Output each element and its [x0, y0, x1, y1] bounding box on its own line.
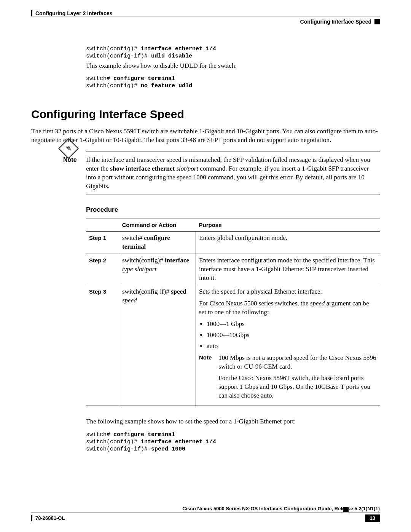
example3-caption: The following example shows how to set t… — [86, 417, 380, 426]
footer-square-icon — [343, 507, 349, 512]
table-row: Step 2 switch(config)# interfacetype slo… — [86, 254, 380, 285]
list-item: auto — [207, 342, 377, 351]
cli-example-2: switch# configure terminal switch(config… — [86, 75, 380, 90]
footer-rule — [31, 513, 380, 513]
note-block: ✎ Note If the interface and transceiver … — [86, 152, 380, 195]
footer-doc-number: 78-26881-OL — [35, 515, 65, 522]
table-row: Step 3 switch(config-if)# speedspeed Set… — [86, 285, 380, 406]
step-label: Step 1 — [89, 235, 106, 241]
procedure-bottom-rule — [86, 406, 380, 406]
step-label: Step 2 — [89, 257, 106, 264]
header-square-icon — [374, 19, 380, 24]
procedure-rule — [86, 217, 380, 217]
page-footer: Cisco Nexus 5000 Series NX-OS Interfaces… — [31, 505, 380, 522]
page-number: 13 — [365, 514, 380, 522]
inner-note-label: Note — [199, 354, 212, 404]
col-command: Command or Action — [119, 219, 196, 232]
list-item: 1000—1 Gbps — [207, 320, 377, 329]
inner-note-text: 100 Mbps is not a supported speed for th… — [218, 354, 377, 404]
table-row: Step 1 switch# configure terminal Enters… — [86, 232, 380, 254]
cli-example-1: switch(config)# interface ethernet 1/4 s… — [86, 46, 380, 60]
step-label: Step 3 — [89, 288, 106, 295]
purpose-cell: Enters global configuration mode. — [196, 232, 380, 254]
purpose-cell: Enters interface configuration mode for … — [196, 254, 380, 285]
cmd-cell: switch(config)# interfacetype slot/port — [119, 254, 196, 285]
example1-caption: This example shows how to disable UDLD f… — [86, 62, 380, 70]
intro-paragraph: The first 32 ports of a Cisco Nexus 5596… — [31, 127, 380, 145]
list-item: 10000—10Gbps — [207, 331, 377, 340]
col-step — [86, 219, 119, 232]
cli-example-3: switch# configure terminal switch(config… — [86, 431, 380, 453]
footer-guide-title: Cisco Nexus 5000 Series NX-OS Interfaces… — [31, 505, 380, 512]
cmd-cell: switch(config-if)# speedspeed — [119, 285, 196, 406]
note-label: Note — [63, 156, 77, 164]
header-rule — [31, 16, 380, 16]
procedure-heading: Procedure — [86, 206, 380, 214]
footer-bar-icon — [31, 515, 32, 521]
section-title-header: Configuring Interface Speed — [300, 18, 371, 26]
procedure-table: Command or Action Purpose Step 1 switch#… — [86, 219, 380, 406]
purpose-cell: Sets the speed for a physical Ethernet i… — [196, 285, 380, 406]
note-text: If the interface and transceiver speed i… — [86, 156, 380, 191]
col-purpose: Purpose — [196, 219, 380, 232]
section-heading: Configuring Interface Speed — [31, 107, 380, 122]
cmd-cell: switch# configure terminal — [119, 232, 196, 254]
